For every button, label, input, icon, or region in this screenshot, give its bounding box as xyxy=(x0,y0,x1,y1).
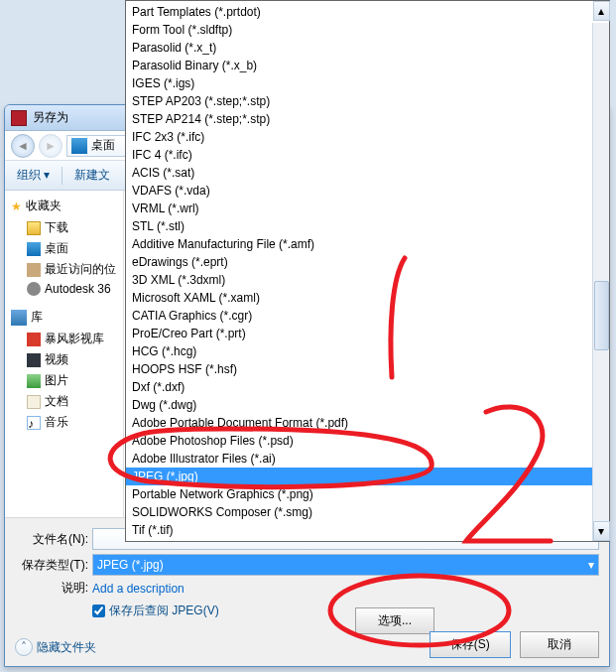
sidebar-item-downloads[interactable]: 下载 xyxy=(5,217,123,238)
options-button-wrap: 选项... xyxy=(349,607,434,634)
sidebar-item-label: 最近访问的位 xyxy=(45,261,116,278)
sidebar-item-pictures[interactable]: 图片 xyxy=(5,370,123,391)
dropdown-item[interactable]: HCG (*.hcg) xyxy=(126,342,592,360)
videos-icon xyxy=(27,353,41,367)
dropdown-item[interactable]: IGES (*.igs) xyxy=(126,74,592,92)
dropdown-item[interactable]: 3D XML (*.3dxml) xyxy=(126,271,592,289)
new-folder-button[interactable]: 新建文 xyxy=(68,163,116,188)
sidebar-item-music[interactable]: ♪音乐 xyxy=(5,412,123,433)
sidebar-item-baofeng[interactable]: 暴风影视库 xyxy=(5,329,123,349)
pictures-icon xyxy=(27,374,41,388)
dropdown-item[interactable]: CATIA Graphics (*.cgr) xyxy=(126,307,592,325)
sidebar-item-label: 下载 xyxy=(45,219,68,236)
dropdown-scrollbar[interactable]: ▴ ▾ xyxy=(592,23,609,541)
savetype-value: JPEG (*.jpg) xyxy=(97,558,164,572)
libraries-title: 库 xyxy=(31,309,43,326)
cancel-button[interactable]: 取消 xyxy=(520,631,599,658)
nav-back-button[interactable]: ◄ xyxy=(11,134,35,158)
recent-icon xyxy=(27,263,41,277)
sidebar-item-label: 暴风影视库 xyxy=(45,331,104,347)
save-button[interactable]: 保存(S) xyxy=(430,631,511,658)
sidebar-item-recent[interactable]: 最近访问的位 xyxy=(5,259,123,280)
nav-sidebar: ★ 收藏夹 下载 桌面 最近访问的位 Autodesk 36 库 暴风影视库 视… xyxy=(5,191,124,517)
dropdown-item[interactable]: STL (*.stl) xyxy=(126,217,592,235)
dropdown-item[interactable]: Part Templates (*.prtdot) xyxy=(126,3,592,21)
sidebar-item-desktop[interactable]: 桌面 xyxy=(5,238,123,259)
dropdown-item[interactable]: Adobe Photoshop Files (*.psd) xyxy=(126,432,592,450)
dropdown-item[interactable]: Adobe Illustrator Files (*.ai) xyxy=(126,450,592,468)
sidebar-item-label: Autodesk 36 xyxy=(45,282,111,296)
dropdown-item[interactable]: JPEG (*.jpg) xyxy=(126,468,592,485)
desktop-icon xyxy=(27,242,41,256)
dropdown-item[interactable]: STEP AP214 (*.step;*.stp) xyxy=(126,110,592,128)
savetype-dropdown-list[interactable]: Part Templates (*.prtdot)Form Tool (*.sl… xyxy=(125,0,610,542)
sidebar-item-label: 图片 xyxy=(45,372,68,389)
dropdown-item[interactable]: Tif (*.tif) xyxy=(126,521,592,539)
favorites-title: 收藏夹 xyxy=(26,198,62,214)
sidebar-item-label: 音乐 xyxy=(45,414,68,431)
dropdown-item[interactable]: Portable Network Graphics (*.png) xyxy=(126,485,592,503)
add-description-link[interactable]: Add a description xyxy=(92,582,185,596)
scroll-up-button[interactable]: ▴ xyxy=(593,1,610,21)
dropdown-item[interactable]: ACIS (*.sat) xyxy=(126,164,592,182)
libraries-section: 库 暴风影视库 视频 图片 文档 ♪音乐 xyxy=(5,306,123,433)
save-view-checkbox[interactable] xyxy=(92,605,105,617)
dropdown-item[interactable]: HOOPS HSF (*.hsf) xyxy=(126,360,592,378)
dialog-action-buttons: 保存(S) 取消 xyxy=(424,631,599,658)
favorites-section: ★ 收藏夹 下载 桌面 最近访问的位 Autodesk 36 xyxy=(5,195,123,298)
sidebar-item-videos[interactable]: 视频 xyxy=(5,349,123,370)
dropdown-item[interactable]: Parasolid (*.x_t) xyxy=(126,39,592,57)
dropdown-item[interactable]: Additive Manufacturing File (*.amf) xyxy=(126,235,592,253)
chevron-down-icon: ▾ xyxy=(588,558,594,572)
dropdown-item[interactable]: Form Tool (*.sldftp) xyxy=(126,21,592,39)
nav-forward-button[interactable]: ► xyxy=(39,134,62,158)
downloads-icon xyxy=(27,221,41,235)
dropdown-items-container: Part Templates (*.prtdot)Form Tool (*.sl… xyxy=(126,1,609,541)
save-view-checkbox-row[interactable]: 保存后查阅 JPEG(V) xyxy=(92,603,599,619)
hide-folders-label: 隐藏文件夹 xyxy=(37,639,96,656)
dropdown-item[interactable]: Adobe Portable Document Format (*.pdf) xyxy=(126,414,592,432)
desktop-icon xyxy=(71,138,87,154)
sidebar-item-documents[interactable]: 文档 xyxy=(5,391,123,412)
star-icon: ★ xyxy=(11,200,22,213)
dropdown-item[interactable]: eDrawings (*.eprt) xyxy=(126,253,592,271)
divider xyxy=(62,167,62,185)
scroll-down-button[interactable]: ▾ xyxy=(593,521,610,541)
dropdown-item[interactable]: STEP AP203 (*.step;*.stp) xyxy=(126,92,592,110)
sidebar-item-autodesk[interactable]: Autodesk 36 xyxy=(5,280,123,298)
hide-folders-toggle[interactable]: ˄ 隐藏文件夹 xyxy=(15,638,96,656)
description-row: 说明: Add a description xyxy=(33,580,599,597)
music-icon: ♪ xyxy=(27,416,41,430)
dropdown-item[interactable]: Microsoft XAML (*.xaml) xyxy=(126,289,592,307)
autodesk-icon xyxy=(27,282,41,296)
baofeng-icon xyxy=(27,333,41,346)
library-icon xyxy=(11,310,27,326)
scroll-thumb[interactable] xyxy=(594,281,609,350)
dropdown-item[interactable]: Dwg (*.dwg) xyxy=(126,396,592,414)
dropdown-item[interactable]: VRML (*.wrl) xyxy=(126,200,592,217)
sidebar-item-label: 视频 xyxy=(45,351,68,368)
dialog-title: 另存为 xyxy=(33,109,68,126)
breadcrumb-label: 桌面 xyxy=(91,137,115,154)
dropdown-item[interactable]: SOLIDWORKS Composer (*.smg) xyxy=(126,503,592,521)
savetype-row: 保存类型(T): JPEG (*.jpg) ▾ xyxy=(15,554,599,576)
options-button[interactable]: 选项... xyxy=(355,607,434,634)
libraries-header[interactable]: 库 xyxy=(5,306,123,329)
dropdown-item[interactable]: IFC 2x3 (*.ifc) xyxy=(126,128,592,146)
documents-icon xyxy=(27,395,41,409)
favorites-header[interactable]: ★ 收藏夹 xyxy=(5,195,123,217)
dropdown-item[interactable]: Dxf (*.dxf) xyxy=(126,378,592,396)
savetype-combo[interactable]: JPEG (*.jpg) ▾ xyxy=(92,554,599,576)
sidebar-item-label: 文档 xyxy=(45,393,68,410)
app-icon xyxy=(11,110,27,126)
dropdown-item[interactable]: ProE/Creo Part (*.prt) xyxy=(126,325,592,342)
save-view-label: 保存后查阅 JPEG(V) xyxy=(109,603,219,619)
filename-label: 文件名(N): xyxy=(15,531,88,548)
dropdown-item[interactable]: VDAFS (*.vda) xyxy=(126,182,592,200)
organize-menu[interactable]: 组织 ▾ xyxy=(11,163,56,188)
expander-icon: ˄ xyxy=(15,638,33,656)
dropdown-item[interactable]: Parasolid Binary (*.x_b) xyxy=(126,57,592,74)
sidebar-item-label: 桌面 xyxy=(45,240,68,257)
dropdown-item[interactable]: IFC 4 (*.ifc) xyxy=(126,146,592,164)
savetype-label: 保存类型(T): xyxy=(15,557,88,574)
